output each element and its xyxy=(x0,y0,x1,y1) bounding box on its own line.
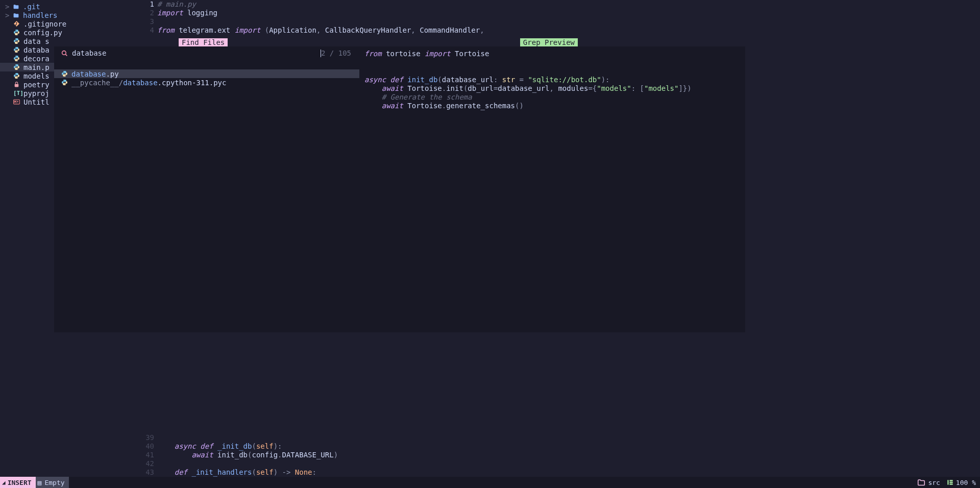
folder-label: src xyxy=(928,479,940,486)
svg-rect-7 xyxy=(949,483,952,484)
status-bar: ◢ INSERT ▤ Empty src 100 % xyxy=(0,477,980,488)
preview-line xyxy=(364,67,740,76)
mode-label: INSERT xyxy=(8,479,32,486)
svg-rect-0 xyxy=(15,84,19,87)
preview-line xyxy=(364,58,740,67)
result-prefix: __pycache__/ xyxy=(71,79,123,87)
mode-indicator: ◢ INSERT xyxy=(0,477,36,488)
gutter-line-number: 1 xyxy=(134,0,154,9)
find-results-list[interactable]: database.py__pycache__/database.cpython-… xyxy=(54,68,359,87)
tree-item-label: config.py xyxy=(23,29,62,37)
grep-preview-pane: from tortoise import Tortoiseasync def i… xyxy=(359,46,745,332)
tree-item-label: data_s xyxy=(23,37,50,45)
tree-item[interactable]: >handlers xyxy=(0,11,134,19)
code-line[interactable]: async def _init_db(self): xyxy=(157,442,338,451)
python-icon xyxy=(61,70,69,77)
scroll-percent: 100 % xyxy=(956,479,976,486)
tree-item-label: models xyxy=(23,72,50,80)
file-icon: ▤ xyxy=(38,479,42,486)
code-line[interactable]: from telegram.ext import (Application, C… xyxy=(157,26,980,35)
tree-item-label: handlers xyxy=(23,11,57,19)
preview-line: # Generate the schema xyxy=(364,93,740,102)
insert-mode-icon: ◢ xyxy=(2,479,6,486)
tree-item-label: Untitl xyxy=(23,98,50,106)
gutter-line-number: 4 xyxy=(134,26,154,35)
code-line[interactable] xyxy=(157,459,338,468)
tree-item-label: main.p xyxy=(23,63,50,71)
toml-icon: [T] xyxy=(13,90,21,96)
code-line[interactable] xyxy=(157,433,338,442)
find-input[interactable] xyxy=(72,49,321,57)
gutter-line-number: 42 xyxy=(134,459,154,468)
svg-rect-5 xyxy=(949,480,952,481)
svg-rect-4 xyxy=(947,480,948,484)
code-line[interactable] xyxy=(157,17,980,26)
code-line[interactable]: await init_db(config.DATABASE_URL) xyxy=(157,451,338,459)
python-icon xyxy=(13,46,21,53)
git-icon xyxy=(13,20,21,27)
code-line[interactable]: import logging xyxy=(157,9,980,17)
folder-status-icon xyxy=(917,479,926,486)
tree-item-label: poetry xyxy=(23,81,50,89)
python-icon xyxy=(13,38,21,44)
result-match: database xyxy=(71,70,106,78)
gutter-line-number: 39 xyxy=(134,433,154,442)
buffer-label: Empty xyxy=(44,479,64,486)
grep-preview-title: Grep Preview xyxy=(520,38,578,46)
svg-line-3 xyxy=(65,54,67,56)
find-counter: 2 / 105 xyxy=(321,49,351,57)
lock-icon xyxy=(13,81,21,88)
result-match: database xyxy=(123,79,157,87)
result-suffix: .py xyxy=(106,70,118,78)
tree-item-label: .gitignore xyxy=(23,20,66,28)
tree-item[interactable]: config.py xyxy=(0,28,134,37)
preview-line: await Tortoise.init(db_url=database_url,… xyxy=(364,84,740,93)
python-icon xyxy=(61,79,69,86)
result-suffix: .cpython-311.pyc xyxy=(158,79,227,87)
svg-point-2 xyxy=(62,51,66,55)
tree-item[interactable]: >.git xyxy=(0,2,134,11)
chevron-right-icon[interactable]: > xyxy=(5,3,10,11)
find-result-item[interactable]: database.py xyxy=(54,69,359,78)
tree-item-label: databa xyxy=(23,46,50,54)
gutter-line-number: 43 xyxy=(134,468,154,477)
python-icon xyxy=(13,29,21,36)
gutter-line-number: 3 xyxy=(134,17,154,26)
find-files-title: Find Files xyxy=(179,38,228,46)
tree-item-label: decora xyxy=(23,55,50,63)
tree-item-label: .git xyxy=(23,3,40,11)
find-result-item[interactable]: __pycache__/database.cpython-311.pyc xyxy=(54,78,359,87)
scroll-position-icon xyxy=(946,479,954,486)
code-line[interactable]: # main.py xyxy=(157,0,980,9)
gutter-line-number: 41 xyxy=(134,451,154,459)
preview-line: from tortoise import Tortoise xyxy=(364,50,740,58)
folder-icon xyxy=(13,12,21,18)
python-icon xyxy=(13,55,21,62)
folder-icon xyxy=(13,4,21,10)
find-input-row[interactable]: 2 / 105 xyxy=(54,46,359,60)
gutter-line-number: 2 xyxy=(134,9,154,17)
md-icon xyxy=(13,99,21,105)
tree-item[interactable]: .gitignore xyxy=(0,19,134,28)
preview-line: async def init_db(database_url: str = "s… xyxy=(364,76,740,84)
svg-rect-6 xyxy=(949,482,952,483)
python-icon xyxy=(13,64,21,70)
python-icon xyxy=(13,72,21,79)
find-files-overlay: Find Files Grep Preview 2 / 105 database… xyxy=(54,38,745,332)
preview-line: await Tortoise.generate_schemas() xyxy=(364,102,740,110)
gutter-line-number: 40 xyxy=(134,442,154,451)
code-line[interactable]: def _init_handlers(self) -> None: xyxy=(157,468,338,477)
chevron-right-icon[interactable]: > xyxy=(5,11,10,19)
search-icon xyxy=(61,50,68,57)
tree-item-label: pyproj xyxy=(23,89,50,97)
